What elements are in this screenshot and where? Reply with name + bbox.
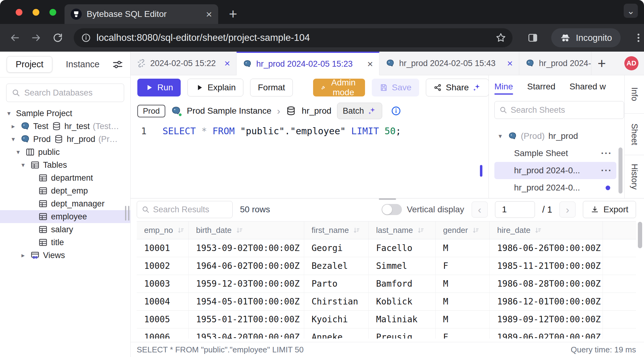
sheet-list-item[interactable]: hr_prod 2024-0... ··· bbox=[494, 123, 616, 128]
explain-button[interactable]: Explain bbox=[187, 79, 243, 96]
table-row[interactable]: 10003 1959-12-03T00:00:00Z Parto Bamford… bbox=[137, 275, 636, 293]
sheet-list-item[interactable]: hr_prod 2024-0... bbox=[494, 179, 616, 196]
tab-project[interactable]: Project bbox=[7, 56, 52, 73]
info-icon[interactable] bbox=[391, 106, 401, 116]
vertical-tab[interactable]: Sheet bbox=[625, 114, 644, 155]
column-header[interactable]: birth_date bbox=[189, 222, 304, 239]
browser-tab[interactable]: Bytebase SQL Editor × bbox=[65, 4, 218, 24]
table-row[interactable]: 10001 1953-09-02T00:00:00Z Georgi Facell… bbox=[137, 239, 636, 257]
tree-row[interactable]: department bbox=[0, 171, 130, 184]
instance-name[interactable]: Prod Sample Instance bbox=[187, 106, 272, 116]
tree-row[interactable]: dept_emp bbox=[0, 184, 130, 197]
tree-caret-icon[interactable]: ▾ bbox=[5, 110, 13, 117]
sheet-tab[interactable]: 2024-02-05 15:22 × bbox=[131, 52, 237, 75]
sheet-list-item[interactable]: ▾ (Prod) hr_prod bbox=[494, 128, 616, 145]
column-header[interactable]: hire_date bbox=[490, 222, 603, 239]
bytebase-favicon bbox=[71, 9, 82, 20]
tree-row[interactable]: ▾ Sample Project bbox=[0, 107, 130, 120]
vertical-tab[interactable]: History bbox=[625, 155, 644, 198]
window-close-button[interactable] bbox=[16, 9, 22, 16]
export-button[interactable]: Export bbox=[583, 201, 636, 218]
tree-caret-icon[interactable]: ▸ bbox=[19, 252, 27, 259]
prev-page-button[interactable]: ‹ bbox=[472, 202, 488, 218]
share-button[interactable]: Share bbox=[426, 79, 489, 96]
code-editor[interactable]: 1 SELECT * FROM "public"."employee" LIMI… bbox=[131, 122, 489, 198]
results-search-input[interactable] bbox=[153, 205, 228, 214]
column-header[interactable]: gender bbox=[436, 222, 490, 239]
forward-icon[interactable] bbox=[31, 32, 42, 43]
save-button[interactable]: Save bbox=[372, 79, 419, 96]
sheet-tab[interactable]: hr_prod 2024-0 × bbox=[519, 52, 591, 75]
tree-row[interactable]: ▸ Test hr_test (Test… bbox=[0, 120, 130, 133]
side-panel-icon[interactable] bbox=[527, 32, 538, 43]
page-number-input[interactable] bbox=[495, 201, 535, 218]
tree-row[interactable]: ▾ public bbox=[0, 146, 130, 159]
browser-tab-close-icon[interactable]: × bbox=[206, 9, 212, 19]
column-header[interactable]: emp_no bbox=[137, 222, 189, 239]
browser-menu-icon[interactable] bbox=[633, 32, 644, 43]
results-scrollbar[interactable] bbox=[638, 222, 642, 248]
bookmark-star-icon[interactable] bbox=[495, 32, 506, 43]
tree-row[interactable]: title bbox=[0, 236, 130, 249]
sheet-search-input[interactable] bbox=[511, 105, 619, 115]
tree-row[interactable]: ▾ Prod hr_prod (Pr… bbox=[0, 133, 130, 146]
tree-row[interactable]: ▸ Views bbox=[0, 249, 130, 262]
tree-row[interactable]: dept_manager bbox=[0, 197, 130, 210]
editor-scroll-marker[interactable] bbox=[480, 165, 482, 177]
window-minimize-button[interactable] bbox=[33, 9, 39, 16]
tab-search-chevron-icon[interactable]: ⌄ bbox=[624, 4, 638, 18]
cell-last-name: Preusig bbox=[369, 328, 436, 339]
close-icon[interactable]: × bbox=[507, 58, 513, 68]
tab-instance[interactable]: Instance bbox=[66, 59, 100, 69]
tree-caret-icon[interactable]: ▸ bbox=[9, 123, 17, 130]
new-sheet-button[interactable]: + bbox=[598, 55, 606, 72]
next-page-button[interactable]: › bbox=[560, 202, 575, 218]
sheet-panel-scrollbar[interactable] bbox=[618, 147, 622, 194]
window-zoom-button[interactable] bbox=[49, 9, 56, 16]
address-bar[interactable]: localhost:8080/sql-editor/sheet/project-… bbox=[74, 28, 512, 47]
avatar[interactable]: AD bbox=[624, 56, 638, 70]
batch-button[interactable]: Batch bbox=[337, 103, 382, 119]
filter-sliders-icon[interactable] bbox=[112, 59, 124, 70]
format-button[interactable]: Format bbox=[250, 79, 293, 96]
panel-resize-handle[interactable] bbox=[379, 198, 396, 200]
run-button[interactable]: Run bbox=[137, 79, 181, 96]
vertical-tab[interactable]: Info bbox=[625, 75, 644, 114]
table-row[interactable]: 10004 1954-05-01T00:00:00Z Chirstian Kob… bbox=[137, 293, 636, 311]
tree-row[interactable]: ▾ Tables bbox=[0, 159, 130, 171]
browser-new-tab-button[interactable]: + bbox=[229, 6, 237, 22]
tree-caret-icon[interactable]: ▾ bbox=[496, 132, 504, 140]
more-icon[interactable]: ··· bbox=[601, 165, 612, 176]
postgres-icon bbox=[525, 59, 535, 68]
table-row[interactable]: 10005 1955-01-21T00:00:00Z Kyoichi Malin… bbox=[137, 311, 636, 328]
more-icon[interactable]: ··· bbox=[601, 148, 612, 159]
sheet-list-item[interactable]: Sample Sheet ··· bbox=[494, 145, 616, 162]
close-icon[interactable]: × bbox=[367, 59, 373, 69]
tree-row[interactable]: salary bbox=[0, 223, 130, 236]
database-search-input[interactable] bbox=[24, 88, 119, 98]
close-icon[interactable]: × bbox=[224, 58, 230, 68]
sheet-filter-tab[interactable]: Starred bbox=[527, 82, 556, 93]
table-row[interactable]: 10006 1953-04-20T00:00:00Z Anneke Preusi… bbox=[137, 328, 636, 339]
site-info-icon[interactable] bbox=[81, 33, 91, 43]
reload-icon[interactable] bbox=[52, 32, 63, 43]
sheet-tab[interactable]: hr_prod 2024-02-05 15:23 × bbox=[237, 52, 379, 75]
table-row[interactable]: 10002 1964-06-02T00:00:00Z Bezalel Simme… bbox=[137, 257, 636, 275]
sheet-filter-tab[interactable]: Mine bbox=[494, 82, 513, 93]
sidebar-resize-handle[interactable] bbox=[125, 206, 129, 221]
sheet-list-item[interactable]: hr_prod 2024-0... ··· bbox=[494, 162, 616, 179]
back-icon[interactable] bbox=[9, 32, 20, 43]
admin-mode-button[interactable]: Admin mode bbox=[313, 79, 365, 96]
tree-row[interactable]: employee bbox=[0, 210, 130, 223]
column-header[interactable]: last_name bbox=[369, 222, 436, 239]
column-label: emp_no bbox=[144, 226, 173, 235]
vertical-display-toggle[interactable] bbox=[382, 204, 402, 215]
sheet-filter-tab[interactable]: Shared w bbox=[570, 82, 606, 93]
database-name[interactable]: hr_prod bbox=[302, 106, 332, 116]
tree-caret-icon[interactable]: ▾ bbox=[14, 148, 22, 156]
column-header[interactable]: first_name bbox=[304, 222, 369, 239]
sheet-tab[interactable]: hr_prod 2024-02-05 15:43 × bbox=[379, 52, 519, 75]
tree-caret-icon[interactable]: ▾ bbox=[9, 135, 17, 143]
cell-filler bbox=[603, 311, 636, 328]
tree-caret-icon[interactable]: ▾ bbox=[19, 161, 27, 169]
